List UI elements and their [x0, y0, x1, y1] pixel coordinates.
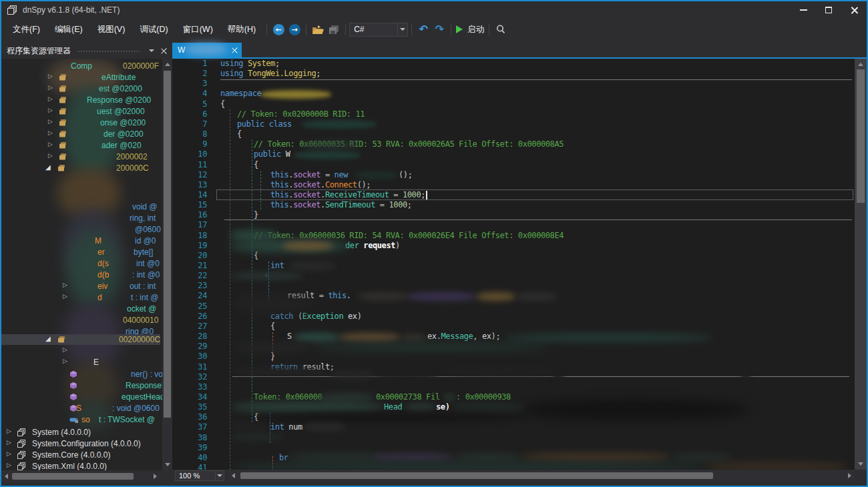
- expander-collapsed-icon[interactable]: ▷: [48, 95, 53, 102]
- menu-item-2[interactable]: 视图(V): [90, 19, 133, 39]
- explorer-vertical-scrollbar[interactable]: [162, 59, 172, 470]
- tree-row[interactable]: ResponseH: [1, 380, 160, 391]
- language-dropdown-arrow[interactable]: [397, 23, 407, 36]
- expander-collapsed-icon[interactable]: ▷: [48, 118, 53, 125]
- scroll-right-arrow-icon[interactable]: [848, 473, 851, 478]
- tree-row[interactable]: ▷System (4.0.0.0): [1, 427, 160, 438]
- expander-collapsed-icon[interactable]: ▷: [7, 439, 11, 446]
- tree-row[interactable]: ▷eAttribute: [1, 72, 160, 83]
- assembly-explorer-header[interactable]: 程序集资源管理器: [1, 43, 172, 59]
- expander-collapsed-icon[interactable]: ▷: [7, 462, 11, 468]
- panel-menu-button[interactable]: [146, 45, 158, 57]
- tree-row[interactable]: S: void @0600: [1, 403, 160, 414]
- scrollbar-thumb[interactable]: [240, 472, 713, 479]
- line-number: 37: [172, 422, 207, 432]
- scroll-left-arrow-icon[interactable]: [232, 473, 235, 478]
- expander-collapsed-icon[interactable]: ▷: [48, 107, 53, 113]
- menu-item-0[interactable]: 文件(F): [5, 19, 47, 39]
- tree-row[interactable]: ring, int: [1, 213, 160, 223]
- expander-collapsed-icon[interactable]: ▷: [63, 358, 67, 364]
- tree-row[interactable]: erbyte[]: [1, 247, 160, 258]
- tree-item-label: 00200000C: [119, 335, 160, 344]
- expander-collapsed-icon[interactable]: ▷: [48, 141, 53, 147]
- tree-row[interactable]: ▷der @0200: [1, 129, 160, 139]
- toolbar-separator: [266, 24, 267, 35]
- scroll-down-arrow-icon[interactable]: [165, 463, 170, 466]
- scrollbar-thumb[interactable]: [12, 473, 134, 480]
- navigate-forward-button[interactable]: →: [286, 21, 302, 37]
- menu-item-4[interactable]: 窗口(W): [176, 19, 220, 39]
- navigate-back-button[interactable]: ←: [270, 21, 286, 37]
- expander-collapsed-icon[interactable]: ▷: [48, 84, 53, 91]
- tree-row[interactable]: ▷: [1, 346, 160, 356]
- tree-row[interactable]: ▷dt : int @: [1, 292, 160, 303]
- tree-row-selected[interactable]: ◢00200000C: [1, 334, 160, 345]
- zoom-level-select[interactable]: 100 %: [175, 470, 224, 481]
- menu-item-5[interactable]: 帮助(H): [220, 19, 263, 39]
- tree-row[interactable]: ▷onse @0200: [1, 117, 160, 128]
- scrollbar-thumb[interactable]: [164, 71, 171, 418]
- line-number: 9: [172, 139, 207, 149]
- expander-collapsed-icon[interactable]: ▷: [63, 293, 67, 300]
- tree-row[interactable]: ocket @: [1, 304, 160, 314]
- open-file-button[interactable]: [310, 21, 326, 37]
- tab-close-icon[interactable]: [232, 47, 238, 53]
- save-all-button[interactable]: [326, 21, 342, 37]
- language-select[interactable]: C#: [349, 23, 408, 37]
- tree-row[interactable]: equestHeade: [1, 392, 160, 402]
- tree-row[interactable]: ▷System.Core (4.0.0.0): [1, 450, 160, 460]
- maximize-button[interactable]: [816, 1, 841, 19]
- tree-item-label: System (4.0.0.0): [32, 428, 91, 437]
- explorer-horizontal-scrollbar[interactable]: [1, 471, 160, 482]
- start-debug-button[interactable]: 启动: [455, 21, 485, 37]
- scroll-up-arrow-icon[interactable]: [858, 63, 863, 66]
- expander-collapsed-icon[interactable]: ▷: [63, 282, 67, 288]
- tree-row[interactable]: void @: [1, 201, 160, 212]
- redo-button[interactable]: ↷: [431, 21, 447, 37]
- editor-vertical-scrollbar[interactable]: [855, 59, 867, 470]
- tree-row[interactable]: Comp0200000F: [1, 61, 160, 71]
- close-button[interactable]: [841, 1, 867, 19]
- tree-row[interactable]: ▷E: [1, 357, 160, 368]
- minimize-button[interactable]: [791, 1, 816, 19]
- scroll-right-arrow-icon[interactable]: [154, 474, 157, 479]
- document-tab[interactable]: W: [172, 43, 242, 57]
- scroll-up-arrow-icon[interactable]: [165, 63, 170, 66]
- tree-row[interactable]: @0600: [1, 224, 160, 235]
- expander-expanded-icon[interactable]: ◢: [45, 163, 51, 171]
- tree-row[interactable]: ▷2000002: [1, 151, 160, 162]
- panel-close-button[interactable]: [158, 45, 170, 57]
- expander-collapsed-icon[interactable]: ▷: [48, 73, 53, 79]
- tree-row[interactable]: 04000010: [1, 315, 160, 326]
- tree-row[interactable]: ▷eivout : int: [1, 281, 160, 292]
- scroll-down-arrow-icon[interactable]: [858, 462, 863, 466]
- menu-item-3[interactable]: 调试(D): [132, 19, 175, 39]
- tree-row[interactable]: ▷System.Xml (4.0.0.0): [1, 461, 160, 470]
- tree-row[interactable]: ▷ader @020: [1, 140, 160, 151]
- expander-collapsed-icon[interactable]: ▷: [7, 450, 11, 457]
- expander-collapsed-icon[interactable]: ▷: [48, 129, 53, 136]
- search-button[interactable]: [493, 21, 509, 37]
- tree-row[interactable]: sot : TWSocket @: [1, 414, 160, 425]
- tree-row[interactable]: ▷uest @02000: [1, 106, 160, 117]
- menu-item-1[interactable]: 编辑(E): [47, 19, 90, 39]
- expander-collapsed-icon[interactable]: ▷: [48, 152, 53, 159]
- tree-row[interactable]: ▷System.Configuration (4.0.0.0): [1, 438, 160, 449]
- tree-row[interactable]: Mid @0: [1, 235, 160, 246]
- tree-row[interactable]: ▷est @02000: [1, 83, 160, 94]
- code-editor[interactable]: 1using System;2using TongWei.Logging;34n…: [172, 59, 867, 470]
- tree-row[interactable]: ◢200000C: [1, 163, 160, 173]
- expander-expanded-icon[interactable]: ◢: [45, 335, 51, 342]
- tree-row[interactable]: d(b: int @0: [1, 270, 160, 280]
- zoom-dropdown-arrow[interactable]: [215, 471, 224, 480]
- maximize-icon: [825, 7, 832, 13]
- editor-horizontal-scrollbar[interactable]: [228, 470, 855, 481]
- tree-row[interactable]: ner() : void: [1, 369, 160, 380]
- undo-button[interactable]: ↶: [415, 21, 431, 37]
- scrollbar-thumb[interactable]: [857, 69, 865, 203]
- tree-row[interactable]: ▷Response @0200: [1, 95, 160, 105]
- tree-row[interactable]: d(sint @0: [1, 258, 160, 269]
- assembly-tree[interactable]: Comp0200000F▷eAttribute▷est @02000▷Respo…: [1, 59, 172, 470]
- expander-collapsed-icon[interactable]: ▷: [7, 428, 11, 434]
- expander-collapsed-icon[interactable]: ▷: [63, 346, 67, 353]
